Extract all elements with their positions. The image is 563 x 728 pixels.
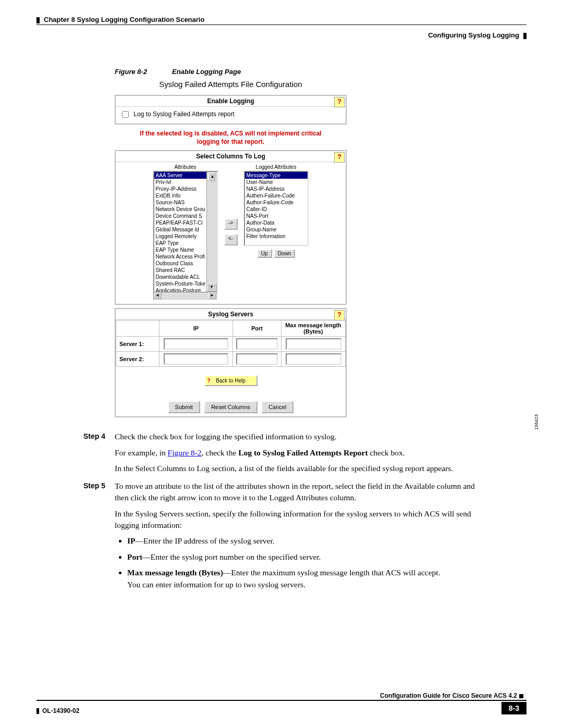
logged-label: Logged Attributes: [244, 164, 309, 170]
header-chapter: Chapter 8 Syslog Logging Configuration S…: [36, 0, 527, 23]
server1-ip-input[interactable]: [164, 338, 228, 350]
figure-id: 158423: [534, 414, 539, 430]
server1-max-input[interactable]: [286, 338, 341, 350]
header-section: Configuring Syslog Logging: [36, 31, 527, 39]
screenshot-figure: Syslog Failed Attempts File Configuratio…: [115, 80, 347, 417]
page-footer: Configuration Guide for Cisco Secure ACS…: [36, 691, 527, 714]
server1-port-input[interactable]: [236, 338, 278, 350]
scrollbar[interactable]: ▲▼: [206, 172, 217, 292]
step-5-text: To move an attribute to the list of the …: [115, 480, 490, 595]
move-right-button[interactable]: ->: [224, 218, 238, 230]
help-icon[interactable]: ?: [334, 152, 345, 163]
select-columns-panel: Select Columns To Log? Attributes AAA Se…: [115, 150, 347, 305]
cancel-button[interactable]: Cancel: [261, 401, 293, 413]
move-left-button[interactable]: <-: [224, 234, 238, 245]
figure-caption: Figure 8-2Enable Logging Page: [115, 68, 527, 76]
up-button[interactable]: Up: [257, 249, 272, 258]
reset-columns-button[interactable]: Reset Columns: [204, 401, 258, 413]
page-number: 8-3: [501, 702, 527, 714]
server2-ip-input[interactable]: [164, 353, 228, 365]
warning-text: If the selected log is disabled, ACS wil…: [115, 128, 347, 150]
screenshot-title: Syslog Failed Attempts File Configuratio…: [115, 80, 347, 89]
down-button[interactable]: Down: [274, 249, 296, 258]
step-5-label: Step 5: [83, 480, 115, 595]
attributes-label: Attributes: [153, 164, 218, 170]
enable-logging-panel: Enable Logging? Log to Syslog Failed Att…: [115, 95, 347, 125]
log-to-syslog-checkbox[interactable]: [122, 111, 129, 118]
syslog-servers-panel: Syslog Servers? IPPortMax message length…: [115, 308, 347, 417]
server2-port-input[interactable]: [236, 353, 278, 365]
attributes-listbox[interactable]: AAA Server Priv-lvl Proxy-IP-Address Ext…: [153, 171, 218, 293]
help-icon[interactable]: ?: [334, 97, 345, 107]
step-4-label: Step 4: [83, 431, 115, 478]
help-icon[interactable]: ?: [334, 310, 345, 320]
step-4-text: Check the check box for logging the spec…: [115, 431, 490, 478]
logged-listbox[interactable]: Message-Type User-Name NAS-IP-Address Au…: [244, 171, 309, 246]
server2-max-input[interactable]: [286, 353, 341, 365]
back-to-help-button[interactable]: ?Back to Help: [204, 375, 258, 386]
checkbox-label: Log to Syslog Failed Attempts report: [133, 110, 234, 118]
submit-button[interactable]: Submit: [168, 401, 200, 413]
figure-xref[interactable]: Figure 8-2: [168, 448, 202, 457]
h-scrollbar[interactable]: ◄►: [153, 292, 217, 300]
